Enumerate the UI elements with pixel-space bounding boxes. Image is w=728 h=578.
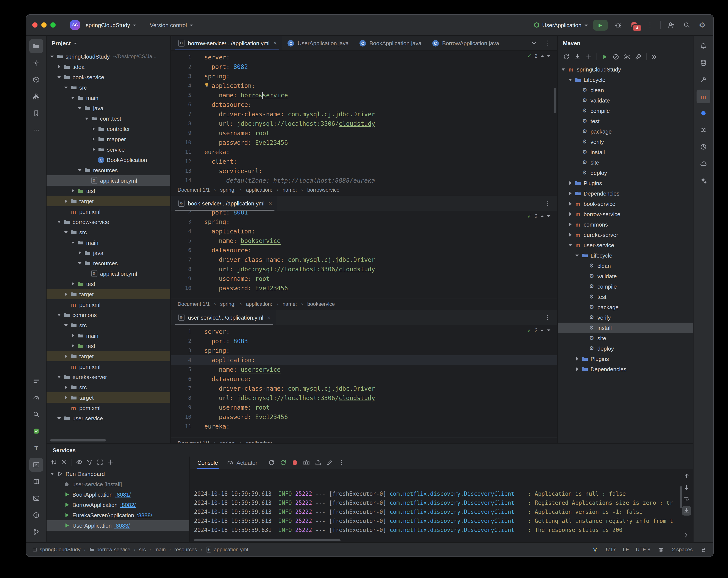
settings-button[interactable]: ⚙ <box>697 20 707 30</box>
editor-tab-userapplication-java[interactable]: CUserApplication.java <box>282 36 354 50</box>
project-item-com-test[interactable]: com.test <box>47 113 170 123</box>
maven-item-package[interactable]: ⚙package <box>558 302 693 312</box>
inspections-widget[interactable]: ✓2 <box>527 327 551 333</box>
chevron-down-icon[interactable] <box>63 322 69 328</box>
project-item-application-yml[interactable]: ⚙application.yml <box>47 175 170 186</box>
chevron-down-icon[interactable] <box>77 167 83 173</box>
maven-item-verify[interactable]: ⚙verify <box>558 312 693 323</box>
breadcrumb-borrowservice[interactable]: borrowservice <box>307 187 339 193</box>
maven-download-icon[interactable] <box>572 52 583 62</box>
find-icon[interactable] <box>29 408 43 421</box>
breadcrumb-spring[interactable]: spring: <box>220 187 236 193</box>
chevron-right-icon[interactable] <box>70 281 76 287</box>
run-button[interactable]: ▶ <box>593 20 608 30</box>
chevron-right-icon[interactable] <box>90 136 97 142</box>
maven-item-site[interactable]: ⚙site <box>558 333 693 343</box>
prev-problem-icon[interactable] <box>541 215 544 217</box>
breadcrumb-bookservice[interactable]: bookservice <box>307 301 335 307</box>
chevron-down-icon[interactable] <box>77 260 83 266</box>
service-url-link[interactable]: :8082/ <box>120 501 136 508</box>
editor-tab-borrowapplication-java[interactable]: CBorrowApplication.java <box>426 36 504 50</box>
editor-more-icon[interactable] <box>543 312 553 323</box>
console-horizontal-scrollbar[interactable] <box>194 539 340 542</box>
globe-icon[interactable] <box>657 546 665 553</box>
profiler-icon[interactable] <box>29 391 43 405</box>
breadcrumb-application[interactable]: application: <box>246 187 272 193</box>
editor-tab-user-service-application-yml[interactable]: ⚙user-service/.../application.yml× <box>173 310 276 325</box>
console-output[interactable]: 2024-10-18 19:59:59.613 INFO 25222 --- [… <box>190 469 693 542</box>
close-tab-icon[interactable]: × <box>267 314 271 321</box>
project-item-user-service[interactable]: user-service <box>47 413 170 423</box>
inspections-widget[interactable]: ✓2 <box>527 213 551 219</box>
console-vertical-scrollbar[interactable] <box>680 486 682 508</box>
chevron-down-icon[interactable] <box>49 471 55 477</box>
maven-item-dependencies[interactable]: Dependencies <box>558 364 693 374</box>
version-control-menu[interactable]: Version control <box>147 20 196 30</box>
project-panel-title[interactable]: Project <box>52 40 71 46</box>
service-item-user-service-install[interactable]: user-service [install] <box>47 479 189 489</box>
maven-item-deploy[interactable]: ⚙deploy <box>558 168 693 178</box>
editor-more-icon[interactable] <box>543 198 553 209</box>
maven-item-test[interactable]: ⚙test <box>558 116 693 126</box>
docs-icon[interactable] <box>29 475 43 488</box>
project-item-mapper[interactable]: mapper <box>47 134 170 144</box>
vim-mode-icon[interactable] <box>591 546 599 553</box>
structure-icon[interactable] <box>29 90 43 103</box>
plugin-icon[interactable] <box>29 424 43 438</box>
bookmarks-icon[interactable] <box>29 106 43 120</box>
commit-icon[interactable] <box>29 56 43 70</box>
service-item-borrowapplication[interactable]: BorrowApplication:8082/ <box>47 500 189 510</box>
chevron-right-icon[interactable] <box>63 291 69 297</box>
editor-book-application-yml[interactable]: 2345678910 port: 8081spring: application… <box>171 211 557 298</box>
service-url-link[interactable]: :8081/ <box>115 491 131 498</box>
debug-button[interactable] <box>613 20 623 30</box>
service-item-run-dashboard[interactable]: Run Dashboard <box>47 469 189 479</box>
chevron-right-icon[interactable] <box>70 332 76 338</box>
tab-list-icon[interactable] <box>543 38 553 48</box>
maven-item-validate[interactable]: ⚙validate <box>558 271 693 281</box>
project-item-pom-xml[interactable]: mpom.xml <box>47 299 170 310</box>
project-item-java[interactable]: java <box>47 248 170 258</box>
project-item-main[interactable]: main <box>47 92 170 103</box>
spring-icon[interactable] <box>697 106 710 120</box>
service-url-link[interactable]: :8888/ <box>137 512 152 518</box>
project-item-book-service[interactable]: book-service <box>47 72 170 82</box>
maven-item-verify[interactable]: ⚙verify <box>558 137 693 147</box>
chevron-right-icon[interactable] <box>63 394 69 401</box>
chevron-down-icon[interactable] <box>77 105 83 111</box>
maven-item-clean[interactable]: ⚙clean <box>558 260 693 271</box>
chevron-right-icon[interactable] <box>63 384 69 390</box>
editor-code[interactable]: port: 8081spring: application: name: boo… <box>198 211 557 298</box>
stop-button[interactable]: 4 <box>628 19 640 31</box>
ai-assistant-icon[interactable] <box>697 173 710 187</box>
project-item-pom-xml[interactable]: mpom.xml <box>47 206 170 217</box>
project-item-bookapplication[interactable]: CBookApplication <box>47 155 170 165</box>
status-breadcrumb-src[interactable]: src <box>139 547 146 553</box>
chevron-down-icon[interactable] <box>63 229 69 235</box>
breadcrumb-spring[interactable]: spring: <box>220 301 236 307</box>
project-item-test[interactable]: test <box>47 186 170 196</box>
close-tab-icon[interactable]: × <box>274 40 277 46</box>
console-export-icon[interactable] <box>313 458 323 467</box>
chevron-right-icon[interactable] <box>567 201 573 207</box>
maven-item-commons[interactable]: mcommons <box>558 219 693 229</box>
service-url-link[interactable]: :8083/ <box>114 522 130 529</box>
maven-item-clean[interactable]: ⚙clean <box>558 85 693 95</box>
maven-item-install[interactable]: ⚙install <box>558 147 693 157</box>
project-item-src[interactable]: src <box>47 227 170 237</box>
chevron-right-icon[interactable] <box>70 188 76 194</box>
maven-icon[interactable]: m <box>697 90 710 103</box>
console-expand-icon[interactable] <box>681 530 691 541</box>
project-item-test[interactable]: test <box>47 341 170 351</box>
project-item-pom-xml[interactable]: mpom.xml <box>47 361 170 372</box>
maven-item-validate[interactable]: ⚙validate <box>558 95 693 106</box>
project-item-resources[interactable]: resources <box>47 165 170 175</box>
project-item-idea[interactable]: .idea <box>47 62 170 72</box>
chevron-right-icon[interactable] <box>574 366 580 372</box>
search-everywhere-button[interactable] <box>681 20 692 30</box>
services-filter-icon[interactable] <box>85 458 95 467</box>
console-scroll-wrap-icon[interactable] <box>682 494 691 504</box>
more-actions-button[interactable] <box>645 20 655 30</box>
chevron-right-icon[interactable] <box>567 232 573 238</box>
inspections-widget[interactable]: ✓2 <box>527 53 551 59</box>
